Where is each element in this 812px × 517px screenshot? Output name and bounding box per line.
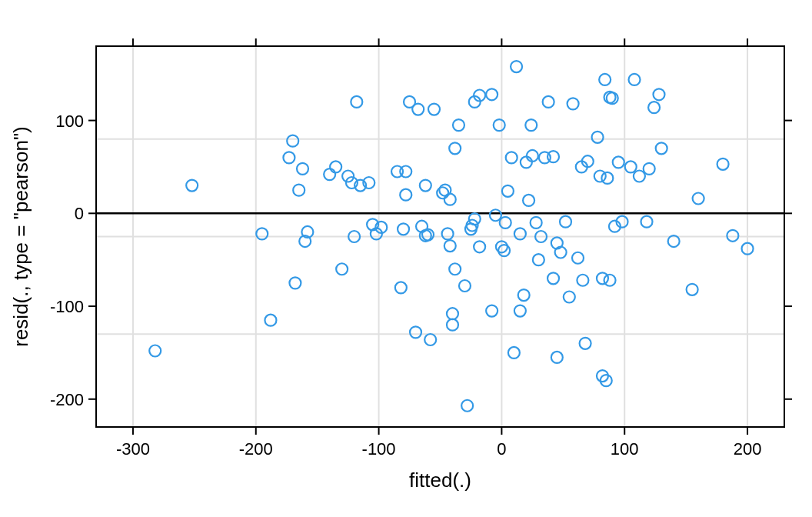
svg-point-15: [287, 135, 298, 147]
svg-point-96: [572, 252, 584, 264]
svg-point-116: [634, 171, 645, 182]
svg-point-77: [514, 305, 526, 317]
svg-point-11: [186, 180, 198, 192]
svg-text:200: 200: [734, 439, 762, 459]
svg-point-94: [564, 291, 575, 302]
svg-point-98: [577, 275, 588, 286]
svg-point-55: [449, 142, 461, 154]
svg-point-50: [444, 240, 456, 252]
svg-point-79: [521, 156, 532, 168]
svg-point-101: [592, 132, 604, 143]
svg-text:-100: -100: [50, 297, 84, 316]
svg-text:0: 0: [75, 204, 84, 223]
svg-point-112: [613, 156, 624, 168]
y-axis-label: resid(., type = "pearson"): [9, 126, 32, 347]
svg-point-54: [449, 263, 461, 275]
svg-point-102: [594, 171, 606, 182]
svg-point-121: [656, 142, 667, 154]
svg-text:100: 100: [55, 112, 84, 131]
chart-svg: -300-200-1000100200-200-1000100fitted(.)…: [0, 0, 812, 517]
svg-point-49: [442, 228, 454, 239]
svg-point-58: [461, 400, 473, 412]
svg-point-73: [506, 152, 517, 163]
svg-point-75: [511, 61, 522, 72]
svg-text:100: 100: [611, 439, 639, 459]
svg-point-115: [629, 74, 641, 85]
svg-point-82: [527, 150, 538, 162]
svg-point-17: [293, 185, 304, 196]
scatter-chart: -300-200-1000100200-200-1000100fitted(.)…: [0, 0, 812, 517]
svg-point-78: [518, 289, 530, 301]
svg-point-103: [597, 272, 608, 284]
svg-point-36: [400, 189, 411, 201]
svg-point-10: [149, 345, 161, 357]
svg-point-13: [265, 315, 276, 326]
svg-point-72: [502, 185, 514, 197]
svg-point-91: [551, 352, 563, 363]
svg-point-18: [297, 163, 308, 175]
svg-text:-200: -200: [239, 439, 273, 459]
svg-point-123: [687, 284, 698, 295]
svg-point-118: [644, 163, 655, 175]
svg-point-57: [459, 280, 471, 292]
svg-point-125: [717, 158, 729, 170]
svg-point-105: [599, 74, 611, 85]
svg-point-88: [547, 272, 559, 284]
svg-point-53: [447, 319, 458, 331]
svg-point-68: [494, 119, 505, 131]
svg-point-22: [330, 161, 341, 172]
svg-text:-200: -200: [50, 390, 84, 409]
svg-point-34: [395, 282, 407, 293]
svg-point-21: [324, 168, 335, 180]
svg-point-76: [514, 228, 526, 239]
svg-point-39: [410, 326, 421, 338]
svg-point-124: [693, 193, 704, 205]
svg-point-65: [486, 305, 498, 317]
svg-point-119: [648, 102, 660, 113]
svg-point-46: [428, 104, 440, 115]
svg-point-16: [289, 277, 301, 289]
svg-point-114: [625, 161, 637, 172]
svg-point-108: [604, 275, 616, 286]
svg-point-66: [486, 88, 498, 100]
svg-point-87: [543, 96, 554, 108]
svg-point-81: [525, 119, 537, 131]
svg-point-62: [469, 213, 481, 225]
svg-text:0: 0: [497, 439, 506, 459]
svg-point-67: [490, 209, 501, 221]
svg-point-93: [560, 216, 571, 228]
svg-point-35: [398, 223, 409, 235]
svg-point-80: [523, 195, 534, 206]
svg-point-107: [601, 172, 613, 184]
svg-point-23: [336, 263, 348, 275]
svg-point-117: [641, 216, 653, 228]
svg-point-47: [437, 187, 448, 198]
svg-point-74: [508, 347, 520, 359]
svg-point-89: [547, 151, 559, 162]
svg-point-45: [424, 334, 436, 345]
svg-point-52: [447, 308, 458, 319]
x-axis-label: fitted(.): [409, 469, 471, 492]
svg-point-63: [474, 241, 485, 252]
svg-point-84: [533, 254, 544, 265]
svg-point-43: [420, 180, 431, 192]
svg-point-40: [412, 104, 424, 115]
svg-point-14: [283, 152, 295, 163]
svg-point-12: [256, 228, 268, 239]
svg-point-120: [653, 88, 664, 100]
svg-point-95: [567, 98, 579, 109]
svg-point-27: [351, 96, 362, 108]
svg-point-99: [580, 338, 591, 349]
svg-point-83: [531, 217, 542, 228]
svg-point-126: [727, 230, 738, 242]
svg-text:-300: -300: [116, 439, 150, 459]
svg-point-70: [498, 245, 510, 256]
svg-point-51: [444, 194, 456, 205]
svg-text:-100: -100: [362, 439, 396, 459]
svg-point-56: [453, 119, 464, 131]
svg-point-37: [400, 165, 411, 177]
